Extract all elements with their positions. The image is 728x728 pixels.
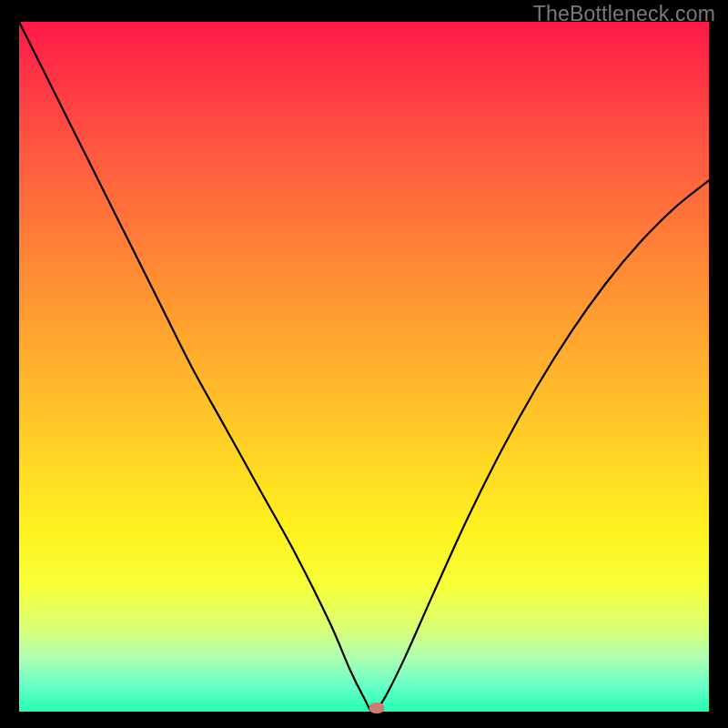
chart-frame: TheBottleneck.com: [0, 0, 728, 728]
bottleneck-curve: [19, 22, 709, 712]
optimum-marker: [369, 703, 384, 713]
watermark-text: TheBottleneck.com: [533, 2, 715, 26]
